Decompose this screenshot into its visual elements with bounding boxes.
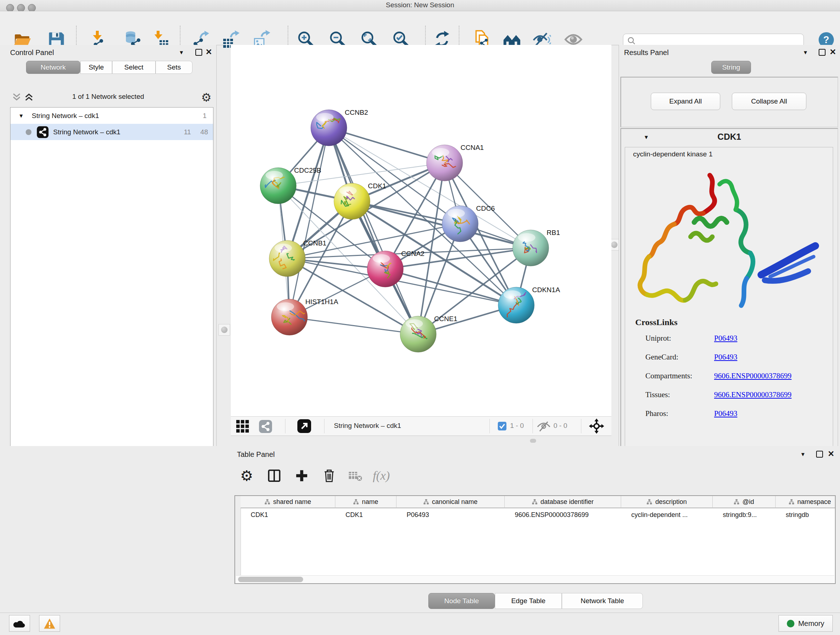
network-edge[interactable] — [289, 128, 329, 317]
column-header-namespace[interactable]: namespace — [775, 496, 836, 508]
tab-edge-table[interactable]: Edge Table — [495, 593, 562, 609]
network-edge[interactable] — [289, 317, 418, 334]
node-table[interactable]: shared nameCDK1nameCDK1canonical nameP06… — [234, 495, 836, 584]
network-share-view-icon[interactable] — [259, 420, 272, 433]
title-bar: Session: New Session — [0, 0, 840, 11]
window-title: Session: New Session — [0, 1, 840, 9]
crosslink-label: Pharos: — [645, 409, 668, 418]
warning-button[interactable] — [39, 615, 60, 632]
node-label: CCNA2 — [401, 250, 424, 257]
navigator-crosshair-icon[interactable] — [589, 418, 604, 434]
hidden-eye-icon — [537, 421, 551, 432]
network-canvas[interactable]: CCNB2CCNA1CDC25BCDK1CDC6RB1CCNB1CCNA2CDK… — [231, 45, 611, 416]
table-panel-collapse-icon[interactable]: ▼ — [800, 451, 806, 457]
results-panel-collapse-icon[interactable]: ▼ — [803, 49, 808, 55]
network-node-rb1[interactable]: RB1 — [513, 229, 560, 266]
node-label: CCNB2 — [345, 109, 368, 116]
crosslink-link[interactable]: 9606.ENSP00000378699 — [714, 390, 791, 399]
table-add-icon[interactable] — [294, 467, 309, 485]
network-node-hist1h1a[interactable]: HIST1H1A — [271, 298, 338, 335]
control-panel: Control Panel ▼ ✕ NetworkStyleSelectSets… — [0, 45, 217, 446]
network-edge[interactable] — [352, 201, 531, 248]
control-panel-float-icon[interactable] — [195, 49, 202, 57]
table-delete-icon[interactable] — [321, 467, 337, 485]
tab-string[interactable]: String — [711, 61, 751, 74]
bottom-splitter-handle[interactable] — [530, 439, 536, 443]
network-node-ccna2[interactable]: CCNA2 — [367, 250, 424, 287]
cloud-button[interactable] — [9, 615, 30, 632]
memory-status-dot — [787, 620, 794, 627]
network-node-ccna1[interactable]: CCNA1 — [426, 144, 484, 181]
tab-select[interactable]: Select — [112, 61, 156, 74]
svg-text:?: ? — [823, 35, 829, 45]
tab-network[interactable]: Network — [26, 61, 80, 74]
crosslink-label: GeneCard: — [645, 353, 678, 362]
results-panel-float-icon[interactable] — [819, 49, 826, 57]
table-cell[interactable]: stringdb:9... — [713, 509, 775, 521]
table-columns-icon[interactable] — [266, 467, 282, 485]
control-panel-close-icon[interactable]: ✕ — [205, 48, 212, 56]
crosslink-link[interactable]: 9606.ENSP00000378699 — [714, 371, 791, 380]
column-header-database-identifier[interactable]: database identifier — [505, 496, 621, 508]
control-panel-collapse-icon[interactable]: ▼ — [179, 49, 184, 55]
network-label: String Network – cdk1 — [53, 128, 120, 136]
network-collection-label: String Network – cdk1 — [32, 112, 99, 120]
tree-expander-icon[interactable]: ▼ — [19, 112, 24, 119]
node-label: CDC6 — [476, 204, 495, 212]
table-cell[interactable]: CDK1 — [335, 509, 396, 521]
results-panel-title: Results Panel — [624, 49, 668, 57]
table-function-builder-icon: f(x) — [373, 467, 389, 485]
table-cell[interactable]: P06493 — [396, 509, 505, 521]
crosslink-label: Uniprot: — [645, 334, 671, 343]
tab-node-table[interactable]: Node Table — [428, 593, 495, 609]
detach-view-icon[interactable] — [297, 419, 311, 433]
tab-style[interactable]: Style — [80, 61, 112, 74]
network-node-ccne1[interactable]: CCNE1 — [400, 315, 457, 352]
table-panel-close-icon[interactable]: ✕ — [828, 450, 834, 458]
column-header-canonical-name[interactable]: canonical name — [396, 496, 505, 508]
crosslink-link[interactable]: P06493 — [714, 409, 737, 418]
table-delete-table-icon — [347, 467, 363, 485]
selected-checkbox-icon[interactable] — [497, 421, 507, 431]
search-icon — [627, 36, 636, 46]
network-edge[interactable] — [329, 128, 418, 334]
network-grid-view-icon[interactable] — [236, 420, 249, 433]
column-header-@id[interactable]: @id — [713, 496, 775, 508]
search-input[interactable] — [636, 37, 804, 45]
network-tree-row[interactable]: String Network – cdk11148 — [11, 124, 213, 140]
tab-sets[interactable]: Sets — [156, 61, 193, 74]
node-label: RB1 — [546, 229, 560, 236]
network-node-cdkn1a[interactable]: CDKN1A — [498, 286, 560, 323]
entry-gene-name: CDK1 — [621, 132, 837, 142]
table-cell[interactable]: CDK1 — [240, 509, 335, 521]
column-header-description[interactable]: description — [621, 496, 713, 508]
memory-button[interactable]: Memory — [778, 615, 833, 632]
hidden-counts: 0 - 0 — [554, 422, 567, 430]
table-cell[interactable]: 9606.ENSP00000378699 — [505, 509, 621, 521]
crosslink-link[interactable]: P06493 — [714, 334, 737, 343]
table-h-scrollbar-thumb[interactable] — [238, 577, 303, 582]
crosslink-link[interactable]: P06493 — [714, 353, 737, 362]
table-cell[interactable]: cyclin-dependent ... — [621, 509, 713, 521]
collapse-all-button[interactable]: Collapse All — [732, 93, 806, 110]
network-tree-row[interactable]: ▼String Network – cdk11 — [11, 108, 213, 124]
network-options-gear-icon[interactable]: ⚙ — [201, 90, 213, 103]
network-view-footer: String Network – cdk1 1 - 0 0 - 0 — [231, 416, 611, 436]
entry-description: cyclin-dependent kinase 1 — [633, 150, 713, 158]
network-view-title: String Network – cdk1 — [334, 422, 401, 430]
network-node-count: 11 — [184, 128, 191, 136]
network-node-ccnb1[interactable]: CCNB1 — [269, 239, 326, 277]
column-header-shared-name[interactable]: shared name — [240, 496, 335, 508]
left-splitter-handle[interactable] — [218, 324, 230, 336]
column-header-name[interactable]: name — [335, 496, 396, 508]
expand-all-button[interactable]: Expand All — [651, 93, 720, 110]
tab-network-table[interactable]: Network Table — [562, 593, 643, 609]
table-panel-float-icon[interactable] — [816, 451, 823, 459]
table-settings-gear-icon[interactable]: ⚙ — [239, 467, 255, 485]
results-panel-close-icon[interactable]: ✕ — [829, 48, 836, 56]
table-h-scrollbar[interactable] — [236, 575, 834, 584]
table-cell[interactable]: stringdb — [775, 509, 836, 521]
network-node-cdk1[interactable]: CDK1 — [334, 182, 386, 219]
network-node-ccnb2[interactable]: CCNB2 — [311, 109, 368, 146]
cloud-icon — [13, 619, 26, 628]
